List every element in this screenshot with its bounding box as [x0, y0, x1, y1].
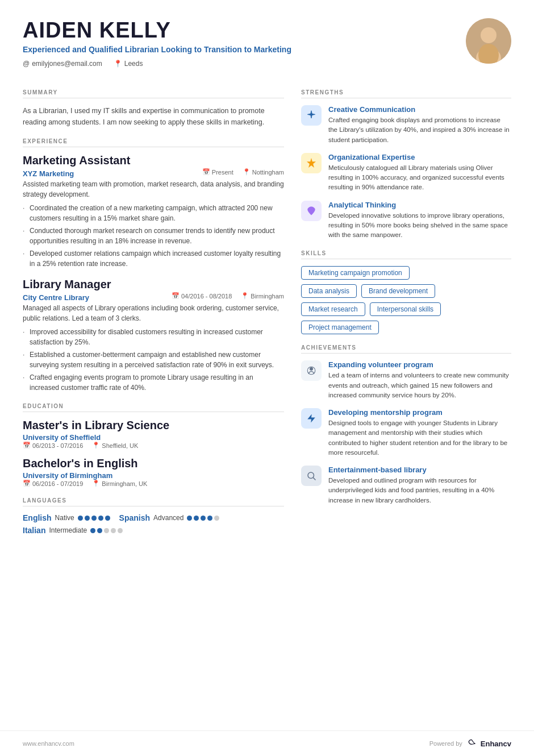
- achievement-content-3: Entertainment-based library Developed an…: [328, 466, 511, 505]
- achievement-desc-2: Designed tools to engage with younger St…: [328, 418, 511, 458]
- languages-row-2: Italian Intermediate: [23, 526, 284, 535]
- edu-meta-1: 📅 06/2013 - 07/2016 📍 Sheffield, UK: [23, 442, 284, 449]
- dot-empty: [118, 528, 123, 533]
- edu-degree-2: Bachelor's in English: [23, 457, 284, 470]
- lang-name-italian: Italian: [23, 526, 45, 535]
- skill-tag-3: Brand development: [361, 284, 435, 298]
- job-desc-1: Assisted marketing team with promotion, …: [23, 179, 284, 200]
- job-meta-1: 📅 Present 📍 Nottingham: [202, 168, 284, 176]
- bullet-item: Coordinated the creation of a new market…: [23, 203, 284, 223]
- edu-masters: Master's in Library Science University o…: [23, 419, 284, 449]
- achievement-desc-3: Developed and outlined program with reso…: [328, 476, 511, 505]
- skill-tag-5: Interpersonal skills: [370, 302, 441, 316]
- avatar: [466, 18, 511, 64]
- achievement-icon-2: [301, 408, 322, 429]
- edu-degree-1: Master's in Library Science: [23, 419, 284, 432]
- header-left: AIDEN KELLY Experienced and Qualified Li…: [23, 18, 466, 68]
- calendar-icon: 📅: [202, 168, 210, 176]
- strength-analytical: Analytical Thinking Developed innovative…: [301, 201, 511, 240]
- job-bullets-2: Improved accessibility for disabled cust…: [23, 327, 284, 393]
- achievement-content-2: Developing mentorship program Designed t…: [328, 408, 511, 458]
- skill-tag-6: Project management: [301, 321, 379, 334]
- job-meta-2: 📅 04/2016 - 08/2018 📍 Birmingham: [172, 292, 284, 300]
- calendar-icon-3: 📅: [23, 442, 31, 449]
- brand-name: Enhancv: [481, 740, 511, 748]
- lang-level-spanish: Advanced: [153, 514, 183, 522]
- svg-point-7: [308, 472, 314, 479]
- dot-empty: [104, 528, 109, 533]
- dot: [194, 516, 199, 521]
- email-info: @ emilyjones@email.com: [23, 60, 102, 68]
- edu-location-2: 📍 Birmingham, UK: [92, 480, 147, 487]
- dot: [78, 516, 83, 521]
- footer: www.enhancv.com Powered by Enhancv: [0, 730, 534, 756]
- achievement-desc-1: Led a team of interns and volunteers to …: [328, 371, 511, 400]
- achievement-icon-3: [301, 466, 322, 486]
- achievement-title-2: Developing mentorship program: [328, 408, 511, 417]
- candidate-name: AIDEN KELLY: [23, 18, 466, 43]
- location-icon: 📍: [114, 60, 122, 68]
- calendar-icon-2: 📅: [172, 292, 180, 300]
- footer-website: www.enhancv.com: [23, 740, 74, 747]
- job-title-2: Library Manager: [23, 278, 284, 291]
- strength-desc-3: Developed innovative solutions to improv…: [328, 211, 511, 240]
- dot: [98, 516, 103, 521]
- edu-date-1: 📅 06/2013 - 07/2016: [23, 442, 83, 449]
- lang-dots-italian: [90, 528, 123, 533]
- pin-icon-4: 📍: [92, 480, 100, 487]
- header: AIDEN KELLY Experienced and Qualified Li…: [0, 0, 534, 79]
- dot: [97, 528, 102, 533]
- resume-page: AIDEN KELLY Experienced and Qualified Li…: [0, 0, 534, 756]
- bullet-item: Crafted engaging events program to promo…: [23, 372, 284, 393]
- job-title-1: Marketing Assistant: [23, 154, 284, 167]
- strength-title-1: Creative Communication: [328, 105, 511, 114]
- job-location-1: 📍 Nottingham: [243, 168, 284, 176]
- job-date-1: 📅 Present: [202, 168, 233, 176]
- pin-icon: 📍: [243, 168, 251, 176]
- edu-date-2: 📅 06/2016 - 07/2019: [23, 480, 83, 487]
- summary-section-title: SUMMARY: [23, 89, 284, 98]
- strength-icon-2: [301, 153, 322, 173]
- enhancv-icon: [466, 738, 477, 749]
- dot: [90, 528, 95, 533]
- pin-icon-3: 📍: [92, 442, 100, 449]
- skill-tag-2: Data analysis: [301, 284, 357, 298]
- job-marketing-assistant: Marketing Assistant XYZ Marketing 📅 Pres…: [23, 154, 284, 269]
- summary-text: As a Librarian, I used my IT skills and …: [23, 105, 284, 128]
- bullet-item: Developed customer relations campaign wh…: [23, 248, 284, 269]
- edu-school-2: University of Birmingham: [23, 471, 284, 480]
- achievement-content-1: Expanding volunteer program Led a team o…: [328, 360, 511, 400]
- job-date-2: 📅 04/2016 - 08/2018: [172, 292, 232, 300]
- strength-content-3: Analytical Thinking Developed innovative…: [328, 201, 511, 240]
- dot: [207, 516, 212, 521]
- job-company-2: City Centre Library: [23, 293, 89, 302]
- location-value: Leeds: [124, 60, 143, 68]
- bullet-item: Conducted thorough market research on co…: [23, 226, 284, 246]
- contact-info: @ emilyjones@email.com 📍 Leeds: [23, 60, 466, 68]
- dot: [201, 516, 206, 521]
- left-column: SUMMARY As a Librarian, I used my IT ski…: [23, 79, 284, 719]
- strength-organizational: Organizational Expertise Meticulously ca…: [301, 153, 511, 193]
- strength-title-3: Analytical Thinking: [328, 201, 511, 209]
- skill-tag-1: Marketing campaign promotion: [301, 266, 410, 280]
- strength-content-2: Organizational Expertise Meticulously ca…: [328, 153, 511, 193]
- footer-brand: Powered by Enhancv: [429, 738, 511, 749]
- strength-desc-1: Crafted engaging book displays and promo…: [328, 115, 511, 145]
- achievement-title-3: Entertainment-based library: [328, 466, 511, 474]
- experience-section-title: EXPERIENCE: [23, 138, 284, 147]
- job-company-1: XYZ Marketing: [23, 169, 74, 178]
- email-icon: @: [23, 60, 30, 68]
- svg-line-8: [313, 477, 315, 480]
- powered-by-text: Powered by: [429, 740, 462, 747]
- bullet-item: Established a customer-betterment campai…: [23, 350, 284, 370]
- main-content: SUMMARY As a Librarian, I used my IT ski…: [0, 79, 534, 730]
- lang-dots-english: [78, 516, 110, 521]
- edu-bachelors: Bachelor's in English University of Birm…: [23, 457, 284, 487]
- achievement-title-1: Expanding volunteer program: [328, 360, 511, 369]
- achievement-icon-1: [301, 360, 322, 381]
- dot: [85, 516, 90, 521]
- strength-creative: Creative Communication Crafted engaging …: [301, 105, 511, 145]
- lang-name-english: English: [23, 513, 52, 522]
- right-column: STRENGTHS Creative Communication Crafted…: [301, 79, 511, 719]
- job-desc-2: Managed all aspects of Library operation…: [23, 303, 284, 323]
